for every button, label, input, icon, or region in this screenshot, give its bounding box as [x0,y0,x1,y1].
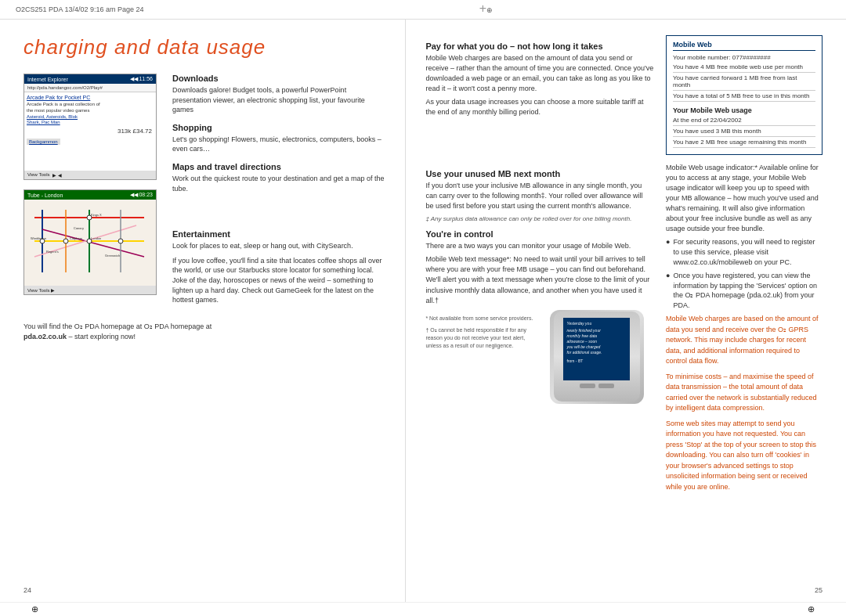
phone-area: * Not available from some service provid… [425,310,652,404]
sidebar-indicator: Mobile Web usage indicator:* Available o… [666,163,822,234]
ie-footer-nav: ▶ ◀ [52,172,62,178]
screenshot-tube: Tube - London ◀◀ 08:23 [24,189,157,295]
entertainment-text1: Look for places to eat, sleep or hang ou… [172,241,385,251]
content-area: charging and data usage Internet Explore… [0,20,846,602]
phone-screen-line3: allowance – soon [566,339,627,344]
phone-buttons [580,384,614,388]
page-number-25: 25 [815,586,822,594]
svg-point-10 [63,239,68,243]
sidebar-bullet2: ● Once you have registered, you can view… [666,271,822,310]
ie-titlebar: Internet Explorer ◀◀ 11:56 [24,74,156,84]
maps-heading: Maps and travel directions [172,162,385,171]
svg-text:Clapham: Clapham [70,236,83,240]
tube-title: Tube - London [27,193,63,198]
ie-content: Arcade Pak for Pocket PC Arcade Pack is … [24,92,156,171]
phone-btn1 [580,384,595,388]
svg-text:Greenwich: Greenwich [105,254,120,258]
use-text: If you don't use your inclusive MB allow… [425,181,652,211]
control-text1: There are a two ways you can monitor you… [425,241,652,251]
usage-date: At the end of 22/04/2002 [673,117,815,126]
phone-image: Yesterday you nearly finished your month… [550,310,644,404]
crosshair-bottom-left: ⊕ [31,604,38,614]
shopping-heading: Shopping [172,123,385,132]
screenshot-ie: Internet Explorer ◀◀ 11:56 http://pda.ha… [24,74,157,180]
ie-address: http://pda.handangoc.com/O2/Play# [24,84,156,92]
pay-heading: Pay for what you do – not how long it ta… [425,41,654,51]
orange-text2: To minimise costs – and maximise the spe… [666,372,822,414]
orange-text3: Some web sites may attempt to send you i… [666,419,822,493]
right-page-inner: Pay for what you do – not how long it ta… [425,35,822,497]
right-top: Pay for what you do – not how long it ta… [425,35,822,155]
phone-screen-line5: for additional usage. [566,350,627,355]
bullet-dot-2: ● [666,271,670,310]
mobile-web-item-1: You have 4 MB free mobile web use per mo… [673,63,815,73]
use-heading: Use your unused MB next month [425,169,652,178]
mobile-web-item-2: You have carried forward 1 MB free from … [673,74,815,91]
tube-map-svg: Wimbledon Clapham London Kings X Regent'… [27,202,152,280]
phone-note2: † O₂ cannot be held responsible if for a… [425,326,542,349]
top-bar: O2CS251 PDA 13/4/02 9:16 am Page 24 ⊕ [0,0,846,20]
ie-price: 313k £34.72 [27,126,154,136]
crosshair-top: ⊕ [479,2,495,17]
tube-time: ◀◀ 08:23 [130,192,153,198]
mobile-web-box: Mobile Web Your mobile number: 077######… [666,35,822,155]
phone-note1: * Not available from some service provid… [425,315,542,322]
phone-body: Yesterday you nearly finished your month… [554,312,640,402]
right-main-top: Pay for what you do – not how long it ta… [425,35,654,155]
left-content: Internet Explorer ◀◀ 11:56 http://pda.ha… [24,74,385,310]
top-bar-text: O2CS251 PDA 13/4/02 9:16 am Page 24 [16,5,144,13]
ie-nav: Backgammon [27,139,154,145]
pay-text1: Mobile Web charges are based on the amou… [425,53,654,94]
tube-footer: View Tools ▶ [24,286,156,294]
ie-desc: Arcade Pack is a great collection of the… [27,102,154,126]
ie-title: Internet Explorer [27,77,68,82]
downloads-heading: Downloads [172,74,385,83]
right-col-main: Use your unused MB next month If you don… [425,163,652,497]
ie-footer-view: View Tools [27,172,49,178]
spacer [172,198,385,222]
phone-screen-line2: monthly free data [566,333,627,339]
usage-item-2: You have 2 MB free usage remaining this … [673,139,815,148]
tube-footer-nav: View Tools ▶ [27,287,55,293]
phone-screen-line4: you will be charged [566,344,627,350]
phone-btn2 [598,384,614,388]
page-number-24: 24 [24,586,31,594]
shopping-text: Let's go shopping! Flowers, music, elect… [172,135,385,154]
ie-footer: View Tools ▶ ◀ [24,171,156,179]
control-text2: Mobile Web text message*: No need to wai… [425,254,652,305]
maps-text: Work out the quickest route to your dest… [172,174,385,193]
bottom-text-prefix: You will find the O₂ PDA homepage at [24,322,142,330]
bottom-link-suffix: – start exploring now! [69,333,136,340]
bullet-text-2: Once you have registered, you can view t… [673,271,822,310]
ie-time: ◀◀ 11:56 [130,76,153,82]
phone-screen-from: from - BT [566,358,627,364]
entertainment-heading: Entertainment [172,229,385,239]
entertainment-text2: If you love coffee, you'll find a site t… [172,256,385,305]
downloads-text: Downloads galore! Budget tools, a powerf… [172,85,385,115]
page-container: O2CS251 PDA 13/4/02 9:16 am Page 24 ⊕ ch… [0,0,846,616]
pay-text2: As your data usage increases you can cho… [425,97,654,117]
crosshair-bottom-right: ⊕ [808,604,815,614]
bullet-text-1: For security reasons, you will need to r… [673,237,822,267]
your-mobile-heading: Your Mobile Web usage [673,106,815,114]
text-column: Downloads Downloads galore! Budget tools… [172,74,385,310]
svg-text:Canary: Canary [74,226,84,230]
ie-backgammon: Backgammon [27,139,60,145]
screenshots-column: Internet Explorer ◀◀ 11:56 http://pda.ha… [24,74,161,310]
ie-link: Arcade Pak for Pocket PC [27,95,154,100]
right-page-cols: Use your unused MB next month If you don… [425,163,822,497]
svg-text:Wimbledon: Wimbledon [31,236,46,240]
bottom-text: You will find the O₂ PDA homepage at O₂ … [24,322,385,343]
mobile-web-number: Your mobile number: 077######## [673,54,815,61]
page-title: charging and data usage [24,35,385,59]
mobile-web-item-3: You have a total of 5 MB free to use in … [673,92,815,102]
phone-screen: Yesterday you nearly finished your month… [563,318,630,380]
phone-notes: * Not available from some service provid… [425,310,542,404]
bottom-bar: ⊕ ⊕ [0,602,846,616]
right-page: Pay for what you do – not how long it ta… [406,20,846,602]
use-footnote: ‡ Any surplus data allowance can only be… [425,214,652,223]
left-page: charging and data usage Internet Explore… [0,20,406,602]
sidebar-bullet1: ● For security reasons, you will need to… [666,237,822,267]
phone-screen-yesterday: Yesterday you [566,321,627,326]
svg-text:Kings X: Kings X [91,213,102,217]
